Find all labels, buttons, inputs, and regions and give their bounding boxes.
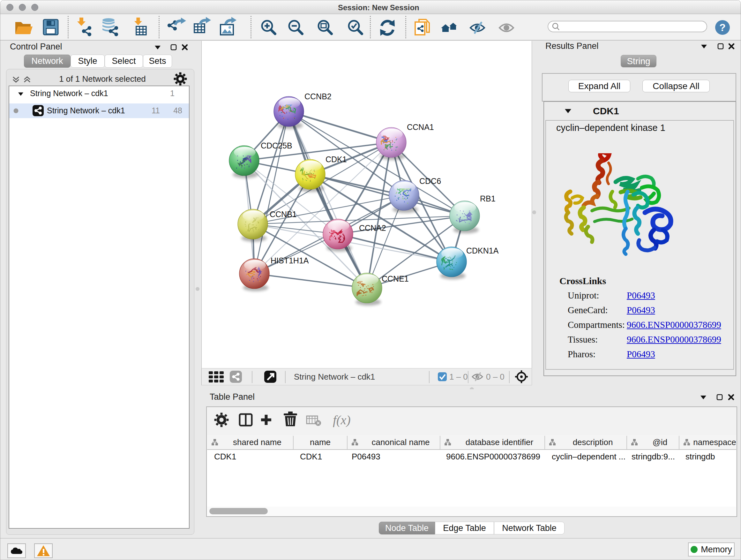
svg-text:CDC25B: CDC25B [261, 141, 292, 150]
svg-text:CDK1: CDK1 [326, 155, 347, 164]
svg-text:f(x): f(x) [333, 413, 351, 427]
svg-text:RB1: RB1 [480, 194, 495, 203]
svg-text:CDC6: CDC6 [419, 177, 441, 186]
svg-text:CCNB2: CCNB2 [305, 92, 332, 101]
svg-text:CCNA2: CCNA2 [359, 224, 386, 233]
svg-text:HIST1H1A: HIST1H1A [271, 256, 309, 265]
svg-text:CDKN1A: CDKN1A [466, 246, 499, 255]
svg-text:CCNE1: CCNE1 [382, 274, 409, 283]
svg-text:CCNA1: CCNA1 [407, 123, 434, 132]
svg-text:?: ? [719, 22, 726, 33]
svg-text:CCNB1: CCNB1 [270, 210, 297, 219]
